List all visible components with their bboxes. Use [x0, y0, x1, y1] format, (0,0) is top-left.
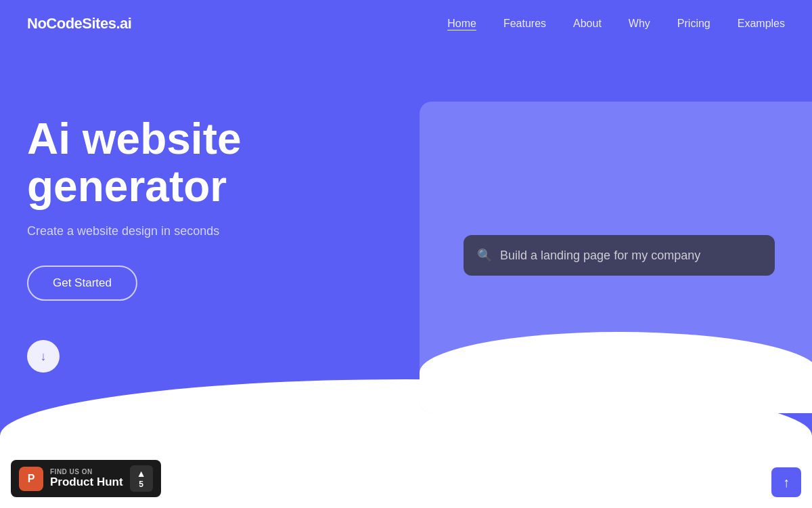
- product-hunt-logo: P: [19, 467, 43, 491]
- nav-item-home[interactable]: Home: [447, 18, 476, 30]
- back-to-top-button[interactable]: ↑: [771, 467, 801, 497]
- preview-search-placeholder: Build a landing page for my company: [500, 249, 700, 263]
- nav-item-pricing[interactable]: Pricing: [677, 18, 710, 30]
- hero-content: Ai website generator Create a website de…: [27, 115, 406, 301]
- nav-link-pricing[interactable]: Pricing: [677, 18, 710, 29]
- hero-title: Ai website generator: [27, 115, 406, 211]
- nav-item-examples[interactable]: Examples: [738, 18, 785, 30]
- arrow-down-icon: ↓: [41, 350, 47, 362]
- scroll-down-button[interactable]: ↓: [27, 340, 60, 373]
- product-hunt-find-label: FIND US ON: [50, 468, 123, 475]
- hero-subtitle: Create a website design in seconds: [27, 224, 406, 238]
- nav-item-about[interactable]: About: [573, 18, 602, 30]
- preview-wave: [420, 332, 812, 413]
- preview-search-bar: 🔍 Build a landing page for my company: [464, 235, 775, 276]
- nav-link-why[interactable]: Why: [629, 18, 650, 29]
- nav-item-why[interactable]: Why: [629, 18, 650, 30]
- nav-link-about[interactable]: About: [573, 18, 602, 29]
- product-hunt-text: FIND US ON Product Hunt: [50, 468, 123, 489]
- product-hunt-name: Product Hunt: [50, 475, 123, 489]
- nav-link-features[interactable]: Features: [503, 18, 546, 29]
- arrow-up-icon: ↑: [783, 475, 790, 490]
- nav-links: Home Features About Why Pricing Examples: [447, 18, 785, 30]
- preview-panel: 🔍 Build a landing page for my company: [420, 102, 812, 413]
- hero-section: 🔍 Build a landing page for my company Ai…: [0, 47, 812, 508]
- product-hunt-badge[interactable]: P FIND US ON Product Hunt ▲ 5: [11, 460, 161, 497]
- get-started-button[interactable]: Get Started: [27, 266, 137, 301]
- nav-item-features[interactable]: Features: [503, 18, 546, 30]
- navbar: NoCodeSites.ai Home Features About Why P…: [0, 0, 812, 47]
- upvote-count: 5: [139, 480, 143, 489]
- nav-link-examples[interactable]: Examples: [738, 18, 785, 29]
- site-logo[interactable]: NoCodeSites.ai: [27, 15, 131, 33]
- product-hunt-upvote[interactable]: ▲ 5: [130, 465, 153, 492]
- search-icon: 🔍: [477, 248, 492, 263]
- upvote-arrow-icon: ▲: [137, 468, 146, 480]
- nav-link-home[interactable]: Home: [447, 18, 476, 29]
